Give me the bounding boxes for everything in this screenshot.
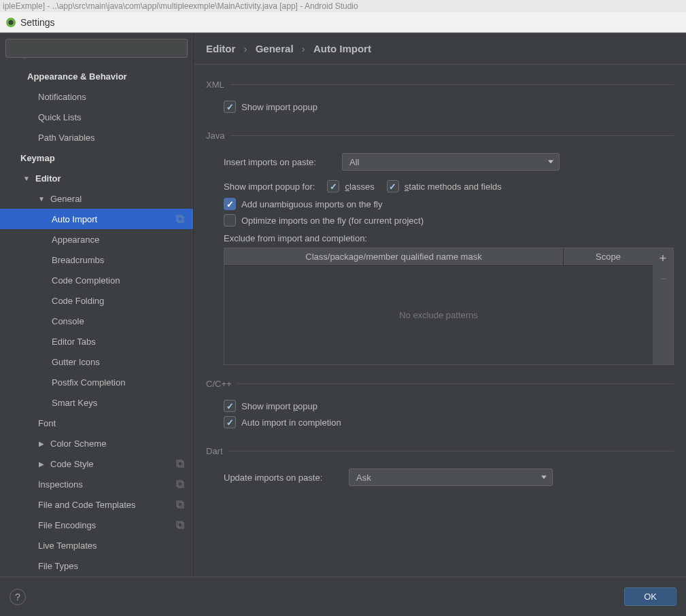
cpp-auto-import-checkbox[interactable] [224,416,236,428]
tree-item-label: Path Variables [38,133,95,143]
tree-item-label: Inspections [38,479,83,490]
background-titlebar: ipleExmple] - ..\app\src\main\java\com\a… [0,0,686,12]
col-scope[interactable]: Scope [564,248,653,265]
tree-item-general[interactable]: ▼General [0,188,193,209]
tree-item-console[interactable]: Console [0,311,193,331]
optimize-imports-checkbox[interactable] [224,214,236,226]
xml-show-popup-label: Show import popup [241,102,318,112]
settings-tree[interactable]: Appearance & BehaviorNotificationsQuick … [0,63,193,577]
optimize-imports-label: Optimize imports on the fly (for current… [241,216,424,226]
expand-arrow-icon: ▼ [38,195,45,203]
help-button[interactable]: ? [10,589,26,605]
exclude-empty: No exclude patterns [224,266,653,364]
tree-item-code-completion[interactable]: Code Completion [0,270,193,290]
section-cpp: C/C++ [206,379,674,389]
cpp-auto-import-label: Auto import in completion [241,417,341,428]
show-popup-for-label: Show import popup for: [224,182,315,192]
tree-item-label: Appearance [52,235,99,245]
crumb-auto-import: Auto Import [313,43,371,54]
tree-item-postfix-completion[interactable]: Postfix Completion [0,372,193,392]
crumb-editor[interactable]: Editor [206,43,235,54]
crumb-general[interactable]: General [256,43,294,54]
tree-item-code-folding[interactable]: Code Folding [0,290,193,311]
svg-rect-5 [178,462,184,467]
xml-show-popup-checkbox[interactable] [224,101,236,113]
tree-item-label: Code Completion [52,275,120,286]
static-label: static methods and fields [405,182,502,192]
tree-item-gutter-icons[interactable]: Gutter Icons [0,352,193,372]
insert-imports-select[interactable]: All [342,153,560,171]
tree-item-label: Auto Import [52,214,97,224]
svg-rect-6 [177,481,182,486]
window-title: Settings [20,17,55,28]
ok-button[interactable]: OK [624,587,676,606]
tree-item-quick-lists[interactable]: Quick Lists [0,107,193,127]
dart-update-label: Update imports on paste: [224,473,339,483]
tree-item-label: Color Scheme [50,439,106,449]
tree-item-label: Quick Lists [38,112,82,122]
tree-item-appearance[interactable]: Appearance [0,229,193,250]
cpp-show-popup-checkbox[interactable] [224,400,236,412]
section-dart: Dart [206,446,674,456]
tree-item-label: Live Templates [38,541,97,551]
tree-item-path-variables[interactable]: Path Variables [0,127,193,148]
tree-item-editor[interactable]: ▼Editor [0,168,193,188]
tree-item-label: Appearance & Behavior [27,71,127,82]
tree-item-label: Gutter Icons [52,357,100,367]
tree-item-font[interactable]: Font [0,413,193,433]
tree-item-label: Postfix Completion [52,377,125,388]
sidebar: 🔍 Appearance & BehaviorNotificationsQuic… [0,33,194,577]
breadcrumb: Editor › General › Auto Import [194,33,686,65]
main-panel: Editor › General › Auto Import XML Show … [194,33,686,577]
search-input[interactable] [5,39,188,58]
tree-item-notifications[interactable]: Notifications [0,86,193,107]
svg-rect-10 [177,521,182,527]
tree-item-label: Breadcrumbs [52,255,104,265]
add-exclude-button[interactable]: + [653,248,673,269]
tree-item-editor-tabs[interactable]: Editor Tabs [0,331,193,352]
svg-rect-8 [177,501,182,507]
tree-item-inspections[interactable]: Inspections [0,474,193,494]
tree-item-label: Font [38,418,56,428]
tree-item-live-templates[interactable]: Live Templates [0,535,193,555]
add-unambiguous-checkbox[interactable] [224,198,236,210]
insert-imports-label: Insert imports on paste: [224,157,332,167]
cpp-show-popup-label: Show import popup [241,401,318,411]
window-titlebar: Settings [0,12,686,33]
dart-update-select[interactable]: Ask [349,468,553,486]
tree-item-label: File Types [38,561,78,571]
svg-point-1 [9,20,14,24]
tree-item-appearance-behavior[interactable]: Appearance & Behavior [0,66,193,86]
tree-item-label: File and Code Templates [38,500,136,510]
exclude-label: Exclude from import and completion: [224,233,674,243]
exclude-table: Class/package/member qualified name mask… [224,247,674,365]
tree-item-file-encodings[interactable]: File Encodings [0,515,193,535]
expand-arrow-icon: ▶ [38,440,45,447]
classes-checkbox[interactable] [327,180,339,192]
svg-rect-3 [178,217,184,222]
tree-item-auto-import[interactable]: Auto Import [0,209,193,229]
tree-item-breadcrumbs[interactable]: Breadcrumbs [0,250,193,270]
content: 🔍 Appearance & BehaviorNotificationsQuic… [0,33,686,577]
tree-item-code-style[interactable]: ▶Code Style [0,454,193,474]
remove-exclude-button[interactable]: − [653,269,673,289]
tree-item-label: Code Style [50,459,94,469]
tree-item-file-and-code-templates[interactable]: File and Code Templates [0,494,193,515]
tree-item-label: Console [52,316,84,326]
classes-label: classes [345,182,374,192]
tree-item-label: Keymap [20,153,55,163]
tree-item-label: Editor [35,173,61,184]
col-mask[interactable]: Class/package/member qualified name mask [224,248,564,265]
static-checkbox[interactable] [387,180,399,192]
section-java: Java [206,131,674,141]
tree-item-label: Smart Keys [52,398,97,408]
tree-item-keymap[interactable]: Keymap [0,148,193,168]
svg-rect-7 [178,482,184,487]
tree-item-file-types[interactable]: File Types [0,555,193,576]
footer: ? OK [0,577,686,616]
tree-item-label: File Encodings [38,520,96,530]
svg-rect-4 [177,460,182,466]
tree-item-smart-keys[interactable]: Smart Keys [0,392,193,413]
app-icon [5,17,16,28]
tree-item-color-scheme[interactable]: ▶Color Scheme [0,433,193,454]
